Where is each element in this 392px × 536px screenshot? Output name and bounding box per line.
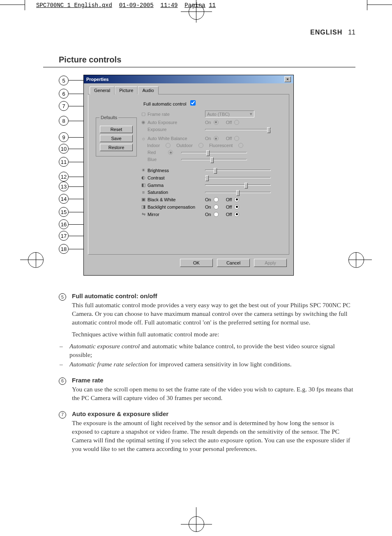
callout-16: 16 xyxy=(59,219,69,229)
entry-6-title: Frame rate xyxy=(72,376,355,384)
full-auto-checkbox[interactable] xyxy=(190,100,196,106)
red-radio[interactable] xyxy=(168,150,173,155)
full-auto-label: Full automatic control xyxy=(143,101,187,106)
entry-7-title: Auto exposure & exposure slider xyxy=(72,410,355,418)
callout-column: 5 6 7 8 9 10 11 12 13 14 15 16 17 18 xyxy=(59,75,83,276)
contrast-label: Contrast xyxy=(148,175,205,180)
auto-exposure-on-radio[interactable] xyxy=(214,120,219,125)
cancel-button[interactable]: Cancel xyxy=(217,259,250,267)
page-number: 11 xyxy=(348,29,355,36)
gamma-label: Gamma xyxy=(148,183,205,188)
gamma-slider[interactable] xyxy=(205,184,271,186)
brightness-slider[interactable] xyxy=(205,170,271,171)
saturation-label: Saturation xyxy=(148,190,205,195)
bw-off-radio[interactable] xyxy=(234,197,239,202)
contrast-slider[interactable] xyxy=(205,177,271,178)
brightness-label: Brightness xyxy=(148,168,205,173)
awb-on-radio[interactable] xyxy=(214,136,219,141)
callout-14: 14 xyxy=(59,194,69,204)
chevron-down-icon: ▾ xyxy=(250,111,252,117)
entry-num-6: 6 xyxy=(59,377,66,385)
restore-button[interactable]: Restore xyxy=(100,144,133,151)
blue-slider[interactable] xyxy=(181,159,247,160)
properties-dialog: Properties × General Picture Audio Full … xyxy=(83,75,294,276)
dialog-title: Properties xyxy=(86,77,108,82)
saturation-icon: ≡ xyxy=(139,190,148,195)
exposure-slider[interactable] xyxy=(205,129,271,130)
language-label: ENGLISH xyxy=(310,29,342,36)
frame-rate-dropdown[interactable]: Auto (TBC)▾ xyxy=(205,110,254,117)
entry-5-p2: Techniques active within full automatic … xyxy=(72,330,355,339)
callout-8: 8 xyxy=(59,116,69,126)
bw-on-radio[interactable] xyxy=(214,197,219,202)
contrast-icon: ◐ xyxy=(139,175,148,180)
print-header: SPC700NC_1_English.qxd 01-09-2005 11:49 … xyxy=(36,2,216,9)
entry-num-7: 7 xyxy=(59,411,66,419)
callout-6: 6 xyxy=(59,89,69,99)
brightness-icon: ☀ xyxy=(139,168,148,173)
defaults-legend: Defaults xyxy=(99,115,118,120)
bw-label: Black & White xyxy=(148,197,205,202)
save-button[interactable]: Save xyxy=(100,135,133,142)
blue-label: Blue xyxy=(148,157,168,162)
callout-13: 13 xyxy=(59,182,69,191)
backlight-label: Backlight compensation xyxy=(148,205,205,209)
camera-icon: ▢ xyxy=(139,111,148,117)
page-header: ENGLISH 11 xyxy=(43,29,355,36)
defaults-group: Defaults Reset Save Restore xyxy=(96,115,137,156)
bw-icon: ▣ xyxy=(139,197,148,202)
red-slider[interactable] xyxy=(181,152,247,153)
entry-7-p1: The exposure is the amount of light rece… xyxy=(72,419,355,453)
auto-exposure-off-radio[interactable] xyxy=(234,120,239,125)
close-icon[interactable]: × xyxy=(284,76,291,82)
section-title: Picture controls xyxy=(43,55,355,67)
indoor-radio[interactable] xyxy=(166,143,171,148)
dialog-titlebar: Properties × xyxy=(84,75,293,83)
saturation-slider[interactable] xyxy=(205,192,271,193)
outdoor-radio[interactable] xyxy=(198,143,203,148)
backlight-off-radio[interactable] xyxy=(234,205,239,209)
tab-audio[interactable]: Audio xyxy=(138,86,158,94)
wb-icon: ☼ xyxy=(139,136,148,141)
callout-15: 15 xyxy=(59,207,69,217)
mirror-on-radio[interactable] xyxy=(214,212,219,217)
callout-7: 7 xyxy=(59,101,69,111)
mirror-off-radio[interactable] xyxy=(234,212,239,217)
callout-10: 10 xyxy=(59,144,69,154)
ok-button[interactable]: OK xyxy=(180,259,213,267)
reset-button[interactable]: Reset xyxy=(100,126,133,133)
tab-picture[interactable]: Picture xyxy=(115,86,138,94)
apply-button[interactable]: Apply xyxy=(254,259,287,267)
exposure-label: Exposure xyxy=(148,127,205,132)
awb-label: Auto White Balance xyxy=(148,136,205,141)
red-label: Red xyxy=(148,150,168,155)
callout-11: 11 xyxy=(59,157,69,167)
frame-rate-label: Frame rate xyxy=(148,112,205,117)
backlight-on-radio[interactable] xyxy=(214,205,219,209)
awb-off-radio[interactable] xyxy=(234,136,239,141)
callout-5: 5 xyxy=(59,76,69,85)
auto-exposure-label: Auto Exposure xyxy=(148,120,205,125)
callout-12: 12 xyxy=(59,172,69,182)
gamma-icon: ◧ xyxy=(139,182,148,188)
entry-6-p1: You can use the scroll open menu to set … xyxy=(72,385,355,403)
fluorescent-radio[interactable] xyxy=(238,143,243,148)
mirror-icon: ⇋ xyxy=(139,212,148,217)
tab-general[interactable]: General xyxy=(90,86,115,94)
callout-17: 17 xyxy=(59,231,69,241)
callout-18: 18 xyxy=(59,244,69,254)
entry-5-title: Full automatic control: on/off xyxy=(72,292,355,300)
body-text: 5 Full automatic control: on/off This fu… xyxy=(43,292,355,457)
entry-5-p1: This full automatic control mode provide… xyxy=(72,301,355,327)
entry-num-5: 5 xyxy=(59,293,66,301)
aperture-icon: ◉ xyxy=(139,120,148,125)
backlight-icon: ◨ xyxy=(139,204,148,209)
mirror-label: Mirror xyxy=(148,212,205,217)
callout-9: 9 xyxy=(59,132,69,142)
